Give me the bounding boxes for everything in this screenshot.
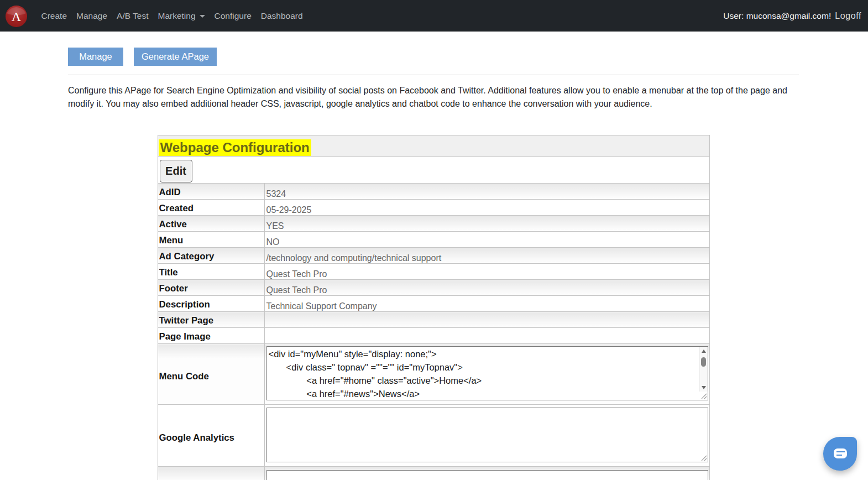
svg-text:A: A	[12, 9, 22, 24]
